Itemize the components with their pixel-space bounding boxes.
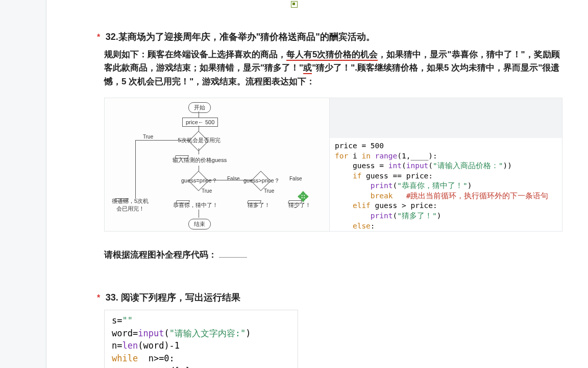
figure-area: 开始 price← 500 5次机会是否用完 True 输入猜测的价格guess… <box>104 98 562 232</box>
left-gutter <box>0 0 46 368</box>
required-marker: * <box>97 293 100 302</box>
question-33: * 33. 阅读下列程序，写出运行结果 s="" word=input("请输入… <box>97 291 562 368</box>
flow-assign: price← 500 <box>182 118 218 127</box>
flow-end: 结束 <box>188 219 211 229</box>
flowchart: 开始 price← 500 5次机会是否用完 True 输入猜测的价格guess… <box>104 98 330 232</box>
question-body: 规则如下：顾客在终端设备上选择喜欢的商品，每人有5次猜价格的机会，如果猜中，显示… <box>104 48 562 88</box>
question-32: * 32.某商场为了迎接周年庆，准备举办"猜价格送商品"的酬宾活动。 规则如下：… <box>97 31 562 261</box>
question-title: 33. 阅读下列程序，写出运行结果 <box>106 292 240 303</box>
q33-code: s="" word=input("请输入文字内容:") n=len(word)-… <box>104 310 298 368</box>
required-marker: * <box>97 33 100 41</box>
content-area: * 32.某商场为了迎接周年庆，准备举办"猜价格送商品"的酬宾活动。 规则如下：… <box>97 0 562 368</box>
code-panel: price = 500 for i in range(1,____): gues… <box>330 98 562 232</box>
code-content: price = 500 for i in range(1,____): gues… <box>330 138 562 231</box>
question-title: 32.某商场为了迎接周年庆，准备举办"猜价格送商品"的酬宾活动。 <box>106 32 375 42</box>
fill-prompt: 请根据流程图补全程序代码： <box>104 249 562 261</box>
answer-blank[interactable] <box>219 257 247 258</box>
flow-start: 开始 <box>188 102 211 113</box>
